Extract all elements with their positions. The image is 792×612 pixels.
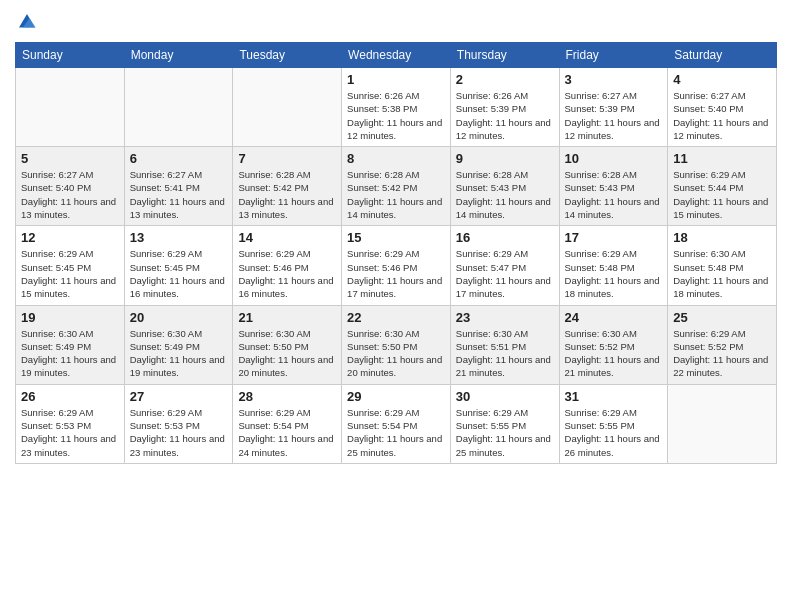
day-number: 9 [456,151,554,166]
day-cell: 14Sunrise: 6:29 AM Sunset: 5:46 PM Dayli… [233,226,342,305]
header [15,10,777,34]
day-info: Sunrise: 6:28 AM Sunset: 5:43 PM Dayligh… [456,168,554,221]
week-row-5: 26Sunrise: 6:29 AM Sunset: 5:53 PM Dayli… [16,384,777,463]
day-number: 14 [238,230,336,245]
day-cell: 30Sunrise: 6:29 AM Sunset: 5:55 PM Dayli… [450,384,559,463]
day-cell: 26Sunrise: 6:29 AM Sunset: 5:53 PM Dayli… [16,384,125,463]
day-info: Sunrise: 6:30 AM Sunset: 5:49 PM Dayligh… [130,327,228,380]
day-info: Sunrise: 6:29 AM Sunset: 5:44 PM Dayligh… [673,168,771,221]
day-info: Sunrise: 6:29 AM Sunset: 5:53 PM Dayligh… [130,406,228,459]
day-number: 28 [238,389,336,404]
day-info: Sunrise: 6:29 AM Sunset: 5:53 PM Dayligh… [21,406,119,459]
day-number: 1 [347,72,445,87]
day-info: Sunrise: 6:28 AM Sunset: 5:42 PM Dayligh… [347,168,445,221]
day-number: 22 [347,310,445,325]
day-number: 2 [456,72,554,87]
day-info: Sunrise: 6:27 AM Sunset: 5:41 PM Dayligh… [130,168,228,221]
day-info: Sunrise: 6:27 AM Sunset: 5:40 PM Dayligh… [21,168,119,221]
day-cell: 5Sunrise: 6:27 AM Sunset: 5:40 PM Daylig… [16,147,125,226]
day-info: Sunrise: 6:30 AM Sunset: 5:52 PM Dayligh… [565,327,663,380]
day-cell [233,68,342,147]
logo-icon [15,10,39,34]
day-number: 13 [130,230,228,245]
day-cell: 24Sunrise: 6:30 AM Sunset: 5:52 PM Dayli… [559,305,668,384]
day-info: Sunrise: 6:27 AM Sunset: 5:40 PM Dayligh… [673,89,771,142]
day-cell: 18Sunrise: 6:30 AM Sunset: 5:48 PM Dayli… [668,226,777,305]
day-number: 11 [673,151,771,166]
day-number: 20 [130,310,228,325]
day-number: 8 [347,151,445,166]
day-cell: 17Sunrise: 6:29 AM Sunset: 5:48 PM Dayli… [559,226,668,305]
day-cell: 29Sunrise: 6:29 AM Sunset: 5:54 PM Dayli… [342,384,451,463]
weekday-header-row: SundayMondayTuesdayWednesdayThursdayFrid… [16,43,777,68]
day-cell: 27Sunrise: 6:29 AM Sunset: 5:53 PM Dayli… [124,384,233,463]
weekday-header-sunday: Sunday [16,43,125,68]
day-cell: 11Sunrise: 6:29 AM Sunset: 5:44 PM Dayli… [668,147,777,226]
day-info: Sunrise: 6:29 AM Sunset: 5:52 PM Dayligh… [673,327,771,380]
day-number: 26 [21,389,119,404]
day-info: Sunrise: 6:29 AM Sunset: 5:54 PM Dayligh… [238,406,336,459]
day-cell: 7Sunrise: 6:28 AM Sunset: 5:42 PM Daylig… [233,147,342,226]
day-info: Sunrise: 6:30 AM Sunset: 5:48 PM Dayligh… [673,247,771,300]
day-number: 25 [673,310,771,325]
day-info: Sunrise: 6:29 AM Sunset: 5:55 PM Dayligh… [456,406,554,459]
day-cell: 8Sunrise: 6:28 AM Sunset: 5:42 PM Daylig… [342,147,451,226]
day-info: Sunrise: 6:30 AM Sunset: 5:51 PM Dayligh… [456,327,554,380]
day-cell: 31Sunrise: 6:29 AM Sunset: 5:55 PM Dayli… [559,384,668,463]
day-cell: 10Sunrise: 6:28 AM Sunset: 5:43 PM Dayli… [559,147,668,226]
day-cell: 16Sunrise: 6:29 AM Sunset: 5:47 PM Dayli… [450,226,559,305]
day-number: 21 [238,310,336,325]
day-number: 31 [565,389,663,404]
day-cell: 20Sunrise: 6:30 AM Sunset: 5:49 PM Dayli… [124,305,233,384]
day-number: 17 [565,230,663,245]
calendar: SundayMondayTuesdayWednesdayThursdayFrid… [15,42,777,464]
day-number: 5 [21,151,119,166]
day-number: 10 [565,151,663,166]
day-cell [16,68,125,147]
week-row-3: 12Sunrise: 6:29 AM Sunset: 5:45 PM Dayli… [16,226,777,305]
day-cell: 15Sunrise: 6:29 AM Sunset: 5:46 PM Dayli… [342,226,451,305]
day-info: Sunrise: 6:29 AM Sunset: 5:45 PM Dayligh… [21,247,119,300]
day-cell: 1Sunrise: 6:26 AM Sunset: 5:38 PM Daylig… [342,68,451,147]
day-info: Sunrise: 6:29 AM Sunset: 5:46 PM Dayligh… [238,247,336,300]
day-info: Sunrise: 6:29 AM Sunset: 5:48 PM Dayligh… [565,247,663,300]
day-info: Sunrise: 6:30 AM Sunset: 5:50 PM Dayligh… [238,327,336,380]
page: SundayMondayTuesdayWednesdayThursdayFrid… [0,0,792,612]
week-row-1: 1Sunrise: 6:26 AM Sunset: 5:38 PM Daylig… [16,68,777,147]
day-number: 4 [673,72,771,87]
day-info: Sunrise: 6:27 AM Sunset: 5:39 PM Dayligh… [565,89,663,142]
day-number: 7 [238,151,336,166]
day-cell [668,384,777,463]
day-info: Sunrise: 6:30 AM Sunset: 5:50 PM Dayligh… [347,327,445,380]
day-number: 18 [673,230,771,245]
day-number: 27 [130,389,228,404]
day-info: Sunrise: 6:26 AM Sunset: 5:38 PM Dayligh… [347,89,445,142]
day-info: Sunrise: 6:28 AM Sunset: 5:43 PM Dayligh… [565,168,663,221]
day-number: 12 [21,230,119,245]
day-info: Sunrise: 6:29 AM Sunset: 5:47 PM Dayligh… [456,247,554,300]
day-cell [124,68,233,147]
day-cell: 12Sunrise: 6:29 AM Sunset: 5:45 PM Dayli… [16,226,125,305]
day-info: Sunrise: 6:29 AM Sunset: 5:45 PM Dayligh… [130,247,228,300]
day-info: Sunrise: 6:30 AM Sunset: 5:49 PM Dayligh… [21,327,119,380]
day-cell: 22Sunrise: 6:30 AM Sunset: 5:50 PM Dayli… [342,305,451,384]
day-number: 19 [21,310,119,325]
day-number: 3 [565,72,663,87]
weekday-header-monday: Monday [124,43,233,68]
day-cell: 3Sunrise: 6:27 AM Sunset: 5:39 PM Daylig… [559,68,668,147]
day-cell: 19Sunrise: 6:30 AM Sunset: 5:49 PM Dayli… [16,305,125,384]
day-number: 30 [456,389,554,404]
weekday-header-tuesday: Tuesday [233,43,342,68]
weekday-header-friday: Friday [559,43,668,68]
week-row-2: 5Sunrise: 6:27 AM Sunset: 5:40 PM Daylig… [16,147,777,226]
day-number: 29 [347,389,445,404]
day-cell: 2Sunrise: 6:26 AM Sunset: 5:39 PM Daylig… [450,68,559,147]
day-number: 16 [456,230,554,245]
day-cell: 13Sunrise: 6:29 AM Sunset: 5:45 PM Dayli… [124,226,233,305]
weekday-header-saturday: Saturday [668,43,777,68]
weekday-header-wednesday: Wednesday [342,43,451,68]
day-cell: 28Sunrise: 6:29 AM Sunset: 5:54 PM Dayli… [233,384,342,463]
day-info: Sunrise: 6:28 AM Sunset: 5:42 PM Dayligh… [238,168,336,221]
day-number: 24 [565,310,663,325]
logo [15,10,43,34]
